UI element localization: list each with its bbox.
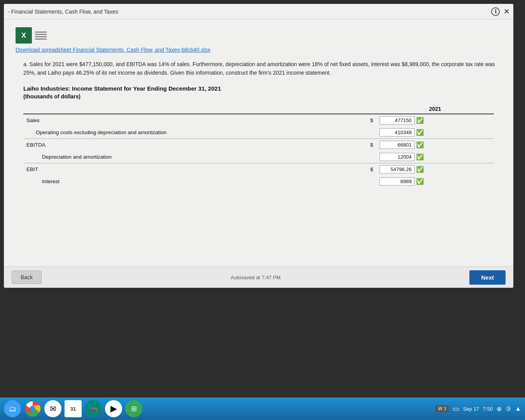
taskbar-app-icon[interactable]: ⊞ [125,400,142,417]
taskbar: 🗂 ✉ 31 📹 ▶ ⊞ W 3 ▭ Sep 17 [0,397,525,420]
next-button[interactable]: Next [469,270,506,285]
taskbar-circle-3: ③ [506,405,511,413]
check-icon-1: ✅ [416,129,424,136]
row-dollar: $ [347,163,376,175]
check-icon-5: ✅ [416,178,424,185]
close-icon[interactable]: ✕ [504,7,509,16]
table-title: Laiho Industries: Income Statement for Y… [16,85,502,92]
row-value[interactable]: 12004✅ [376,151,494,163]
taskbar-wifi-icon: ▲ [515,405,521,412]
excel-line-4 [35,38,47,40]
check-icon-0: ✅ [416,117,424,124]
taskbar-date: Sep 17 [463,406,479,412]
table-subtitle: (thousands of dollars) [16,93,502,100]
table-row: Sales$477150✅ [23,114,494,126]
table-row: Operating costs excluding depreciation a… [23,126,494,139]
check-icon-4: ✅ [416,166,424,173]
value-input-0[interactable]: 477150 [380,116,415,124]
table-row: EBIT$54796.26✅ [23,163,494,175]
taskbar-files-icon[interactable]: 🗂 [4,400,21,417]
header-label-col [23,104,347,114]
autosaved-text: Autosaved at 7:47 PM [231,275,280,280]
row-dollar: $ [347,138,376,151]
svg-point-2 [30,406,35,411]
row-label: EBITDA [23,138,347,151]
row-dollar: $ [347,114,376,126]
row-value[interactable]: 477150✅ [376,114,494,126]
table-row: Interest8989✅ [23,175,494,187]
taskbar-w-badge: W 3 [436,405,448,412]
value-input-4[interactable]: 54796.26 [380,165,415,173]
row-label: EBIT [23,163,347,175]
table-row: Depreciation and amortization12004✅ [23,151,494,163]
header-dollar-col [347,104,376,114]
taskbar-time: 7:50 [483,406,493,412]
info-icon[interactable]: ℹ [491,7,500,16]
row-value[interactable]: 54796.26✅ [376,163,494,175]
table-header-row: 2021 [23,104,494,114]
taskbar-chrome-icon[interactable] [24,400,41,417]
row-label: Sales [23,114,347,126]
window-title: - Financial Statements, Cash Flow, and T… [8,9,118,15]
browser-window: - Financial Statements, Cash Flow, and T… [4,4,513,288]
download-link[interactable]: Download spreadsheet Financial Statement… [16,47,502,53]
excel-line-1 [35,32,47,33]
value-input-2[interactable]: 66801 [380,141,415,149]
taskbar-meet-icon[interactable]: 📹 [85,400,102,417]
excel-icon: X [16,27,32,44]
taskbar-calendar-icon[interactable]: 31 [65,400,82,417]
table-row: EBITDA$66801✅ [23,138,494,151]
row-label: Depreciation and amortization [23,151,347,163]
row-value[interactable]: 66801✅ [376,138,494,151]
check-icon-2: ✅ [416,141,424,149]
row-value[interactable]: 410349✅ [376,126,494,139]
value-input-3[interactable]: 12004 [380,153,415,161]
value-input-5[interactable]: 8989 [380,177,415,186]
title-bar: - Financial Statements, Cash Flow, and T… [4,4,513,19]
row-label: Operating costs excluding depreciation a… [23,126,347,139]
income-table: 2021 Sales$477150✅Operating costs exclud… [23,104,494,187]
taskbar-plus-icon[interactable]: ⊕ [497,405,502,413]
check-icon-3: ✅ [416,153,424,161]
value-input-1[interactable]: 410349 [380,128,415,136]
problem-text: a. Sales for 2021 were $477,150,000, and… [16,60,502,77]
excel-line-2 [35,34,47,35]
excel-line-3 [35,36,47,37]
bottom-bar: Back Autosaved at 7:47 PM Next [4,266,513,288]
taskbar-gmail-icon[interactable]: ✉ [44,400,61,417]
row-label: Interest [23,175,347,187]
taskbar-youtube-icon[interactable]: ▶ [105,400,122,417]
row-dollar [347,126,376,139]
title-actions: ℹ ✕ [491,7,509,16]
header-year: 2021 [376,104,494,114]
content-area: X Download spreadsheet Financial Stateme… [4,19,513,266]
row-dollar [347,151,376,163]
row-dollar [347,175,376,187]
excel-lines [35,32,47,40]
taskbar-screen-icon: ▭ [453,404,459,413]
row-value[interactable]: 8989✅ [376,175,494,187]
excel-icon-area: X [16,27,502,44]
back-button[interactable]: Back [12,271,42,284]
taskbar-right: W 3 ▭ Sep 17 7:50 ⊕ ③ ▲ [436,404,521,413]
